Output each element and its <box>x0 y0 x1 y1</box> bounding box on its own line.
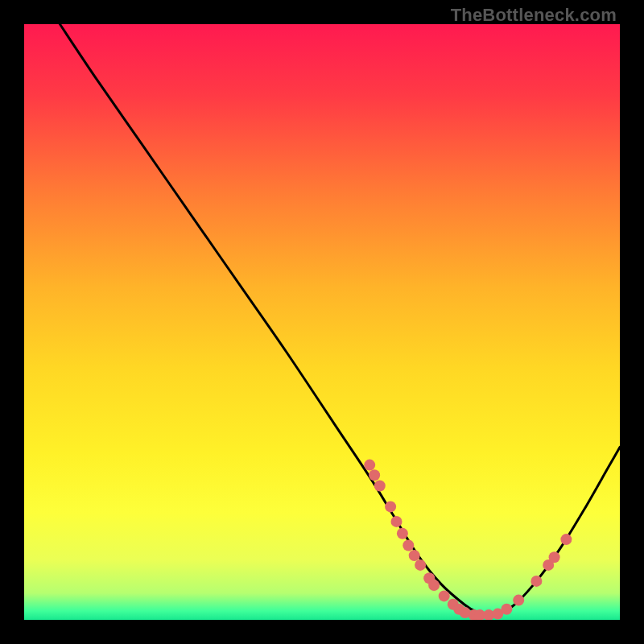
data-point <box>397 528 408 539</box>
data-point <box>374 481 386 492</box>
chart-frame <box>24 24 620 620</box>
data-point <box>415 559 426 571</box>
watermark-text: TheBottleneck.com <box>451 5 617 26</box>
data-point <box>409 550 420 561</box>
data-point <box>364 460 375 471</box>
bottleneck-chart <box>24 24 620 620</box>
data-point <box>530 576 542 587</box>
data-point <box>560 534 572 545</box>
data-point <box>549 551 560 563</box>
data-point <box>428 580 440 591</box>
data-point <box>391 516 402 527</box>
data-point <box>385 501 396 512</box>
data-point <box>369 469 380 481</box>
data-point <box>513 595 524 606</box>
data-point <box>501 604 512 615</box>
chart-background <box>24 24 620 620</box>
data-point <box>402 540 414 551</box>
data-point <box>439 590 450 601</box>
